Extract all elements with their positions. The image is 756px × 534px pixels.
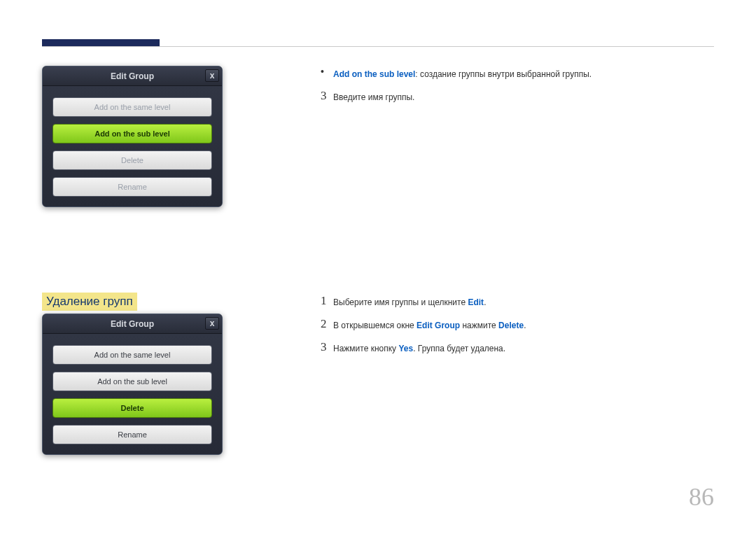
bullet-text: : создание группы внутри выбранной групп…	[415, 69, 592, 79]
instructions-block-2: 1 Выберите имя группы и щелкните Edit. 2…	[321, 294, 714, 363]
dialog-title: Edit Group	[111, 319, 154, 329]
bullet-icon: •	[321, 66, 333, 77]
step-number: 3	[321, 340, 333, 354]
page-number: 86	[689, 482, 714, 512]
option-add-on-the-sub-level[interactable]: Add on the sub level	[52, 124, 212, 143]
step-row: 3 Нажмите кнопку Yes. Группа будет удале…	[321, 340, 714, 355]
header-rule	[42, 46, 714, 47]
dialog-titlebar: Edit Group x	[43, 314, 222, 334]
option-add-on-the-sub-level[interactable]: Add on the sub level	[52, 372, 212, 391]
edit-group-dialog-2: Edit Group x Add on the same levelAdd on…	[42, 314, 266, 455]
bullet-item: • Add on the sub level: создание группы …	[321, 66, 714, 80]
term-add-sub-level: Add on the sub level	[333, 69, 415, 79]
dialog-titlebar: Edit Group x	[43, 66, 222, 86]
term-edit-group: Edit Group	[416, 321, 460, 330]
term-delete: Delete	[498, 321, 524, 330]
header-accent	[42, 39, 160, 46]
option-rename[interactable]: Rename	[52, 425, 212, 444]
close-button[interactable]: x	[205, 317, 219, 330]
step-row: 3 Введите имя группы.	[321, 89, 714, 104]
option-delete[interactable]: Delete	[52, 398, 212, 418]
step-row: 1 Выберите имя группы и щелкните Edit.	[321, 294, 714, 309]
step-number: 2	[321, 317, 333, 331]
step-number: 1	[321, 294, 333, 308]
option-rename[interactable]: Rename	[52, 177, 212, 197]
step-row: 2 В открывшемся окне Edit Group нажмите …	[321, 317, 714, 332]
step-text: Выберите имя группы и щелкните Edit.	[333, 294, 486, 309]
term-edit: Edit	[468, 297, 484, 307]
step-text: Нажмите кнопку Yes. Группа будет удалена…	[333, 340, 505, 355]
term-yes: Yes	[398, 344, 413, 353]
step-number: 3	[321, 89, 333, 103]
dialog-body: Add on the same levelAdd on the sub leve…	[43, 334, 222, 454]
dialog-body: Add on the same levelAdd on the sub leve…	[43, 86, 222, 206]
instructions-block-1: • Add on the sub level: создание группы …	[321, 66, 714, 112]
close-button[interactable]: x	[205, 69, 219, 82]
dialog-title: Edit Group	[111, 71, 154, 81]
section-title-delete-groups: Удаление групп	[42, 293, 137, 311]
option-add-on-the-same-level[interactable]: Add on the same level	[52, 97, 212, 117]
step-text: В открывшемся окне Edit Group нажмите De…	[333, 317, 526, 332]
step-text: Введите имя группы.	[333, 89, 414, 104]
option-delete[interactable]: Delete	[52, 150, 212, 170]
edit-group-dialog-1: Edit Group x Add on the same levelAdd on…	[42, 66, 266, 207]
option-add-on-the-same-level[interactable]: Add on the same level	[52, 345, 212, 365]
